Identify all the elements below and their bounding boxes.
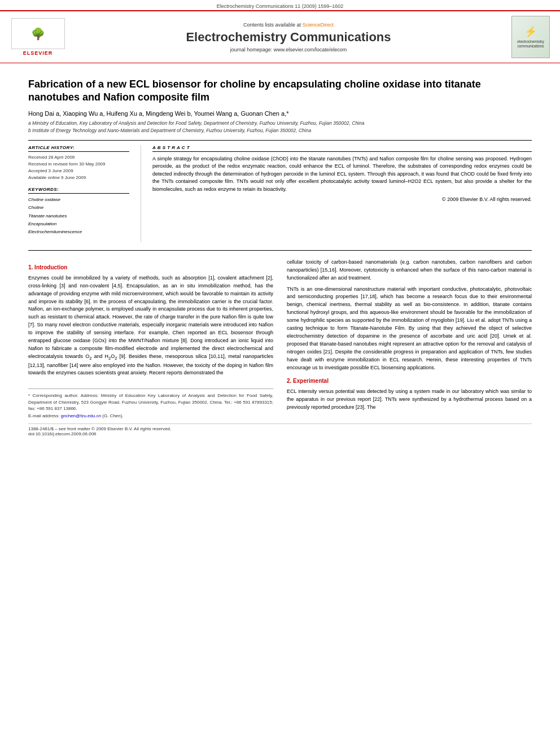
email-label: E-mail address: — [28, 413, 61, 418]
keyword-5: Electrochemiluminescence — [28, 228, 129, 236]
lightning-icon: ⚡ — [524, 25, 537, 38]
journal-cover-icon: ⚡ electrochemistrycommunications — [511, 16, 550, 58]
affiliation-b: b Institute of Energy Technology and Nan… — [28, 128, 532, 133]
cover-text: electrochemistrycommunications — [517, 40, 544, 49]
doi-line: doi:10.1016/j.elecom.2009.06.006 — [28, 431, 532, 436]
page: Electrochemistry Communications 11 (2009… — [0, 0, 560, 747]
body-columns: 1. Introduction Enzymes could be immobil… — [28, 259, 532, 420]
elsevier-text: ELSEVIER — [23, 50, 53, 56]
keywords-label: Keywords: — [28, 187, 129, 194]
received-date: Received 28 April 2009 — [28, 154, 129, 161]
section2-heading: 2. Experimental — [287, 377, 532, 385]
footnote-email: E-mail address: gnchen@fzu.edu.cn (G. Ch… — [28, 413, 273, 419]
accepted-date: Accepted 3 June 2009 — [28, 168, 129, 174]
logo-box: 🌳 — [11, 18, 65, 49]
journal-header: 🌳 ELSEVIER Contents lists available at S… — [0, 10, 560, 63]
article-title: Fabrication of a new ECL biosensor for c… — [28, 78, 532, 104]
elsevier-logo: 🌳 ELSEVIER — [7, 18, 69, 56]
section1-col2-para2: TNTs is an one-dimensional nanostructure… — [287, 286, 532, 372]
authors: Hong Dai a, Xiaoping Wu a, Huifeng Xu a,… — [28, 110, 532, 117]
available-date: Available online 9 June 2009 — [28, 174, 129, 181]
footnote-section: * Corresponding author. Address: Ministr… — [28, 388, 273, 419]
section1-para1: Enzymes could be immobilized by a variet… — [28, 274, 273, 378]
article-bottom: 1388-2481/$ – see front matter © 2009 El… — [28, 423, 532, 436]
journal-title: Electrochemistry Communications — [80, 30, 497, 45]
revised-date: Received in revised form 30 May 2009 — [28, 161, 129, 168]
body-divider — [28, 250, 532, 251]
abstract-label: A B S T R A C T — [152, 145, 532, 152]
citation-text: Electrochemistry Communications 11 (2009… — [217, 3, 344, 9]
abstract-text: A simple strategy for encapsulating chol… — [152, 155, 532, 194]
abstract-copyright: © 2009 Elsevier B.V. All rights reserved… — [152, 196, 532, 202]
sciencedirect-name[interactable]: ScienceDirect — [303, 22, 334, 28]
keywords-list: Choline oxidase Choline Titanate nanotub… — [28, 196, 129, 237]
section1-heading: 1. Introduction — [28, 263, 273, 272]
keyword-4: Encapsulation — [28, 220, 129, 228]
article-info: Article history: Received 28 April 2009 … — [28, 145, 141, 242]
history-label: Article history: — [28, 145, 129, 152]
keyword-1: Choline oxidase — [28, 196, 129, 204]
email-address[interactable]: gnchen@fzu.edu.cn — [61, 413, 101, 418]
footnote-corresponding: * Corresponding author. Address: Ministr… — [28, 392, 273, 412]
journal-citation: Electrochemistry Communications 11 (2009… — [0, 0, 560, 10]
body-col-right: cellular toxicity of carbon-based nanoma… — [287, 259, 532, 420]
elsevier-tree-icon: 🌳 — [31, 27, 45, 41]
journal-icon-box: ⚡ electrochemistrycommunications — [508, 16, 553, 58]
keyword-3: Titanate nanotubes — [28, 212, 129, 220]
abstract-section: A B S T R A C T A simple strategy for en… — [141, 145, 532, 242]
section1-col2-para1: cellular toxicity of carbon-based nanoma… — [287, 259, 532, 282]
issn-line: 1388-2481/$ – see front matter © 2009 El… — [28, 426, 532, 431]
article-history: Article history: Received 28 April 2009 … — [28, 145, 129, 181]
main-content: Fabrication of a new ECL biosensor for c… — [0, 63, 560, 442]
sciencedirect-link: Contents lists available at ScienceDirec… — [80, 22, 497, 28]
section2-text: ECL intensity versus potential was detec… — [287, 388, 532, 412]
affiliation-a: a Ministry of Education, Key Laboratory … — [28, 120, 532, 126]
keyword-2: Choline — [28, 204, 129, 212]
body-col-left: 1. Introduction Enzymes could be immobil… — [28, 259, 273, 420]
journal-homepage: journal homepage: www.elsevier.com/locat… — [80, 47, 497, 53]
journal-center: Contents lists available at ScienceDirec… — [69, 22, 508, 53]
email-name: (G. Chen). — [102, 413, 123, 418]
article-meta: Article history: Received 28 April 2009 … — [28, 140, 532, 242]
keywords-section: Keywords: Choline oxidase Choline Titana… — [28, 187, 129, 237]
